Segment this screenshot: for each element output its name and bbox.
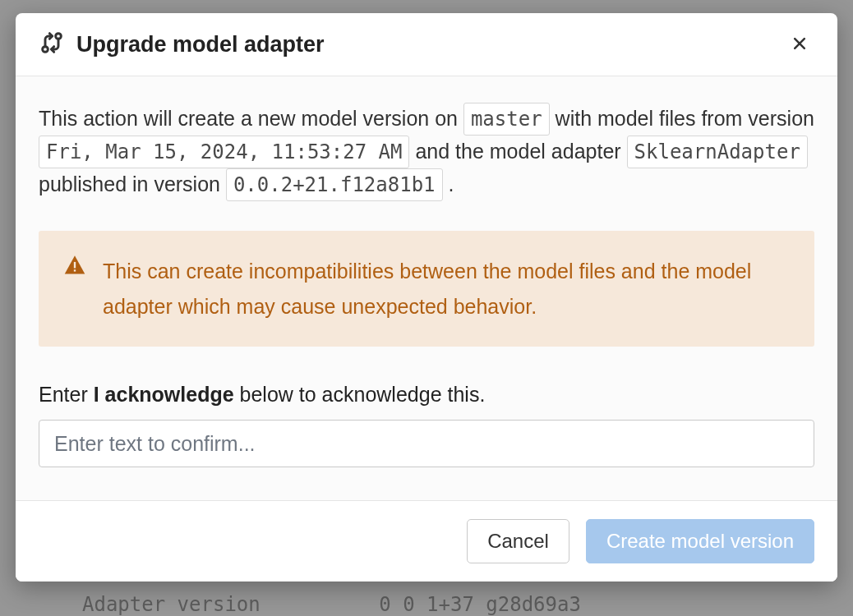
modal-header: Upgrade model adapter [16,13,837,76]
close-icon [791,35,808,54]
modal-description: This action will create a new model vers… [39,103,814,201]
adapter-chip: SklearnAdapter [627,136,808,168]
desc-part4: published in version [39,172,226,195]
ack-prefix: Enter [39,383,94,406]
ack-phrase: I acknowledge [94,383,234,406]
svg-rect-5 [74,269,76,271]
adapter-version-chip: 0.0.2+21.f12a81b1 [226,168,443,201]
modal-title: Upgrade model adapter [76,32,325,57]
desc-part2: with model files from version [550,107,814,130]
branch-chip: master [463,103,550,136]
svg-rect-4 [74,262,76,269]
warning-callout: This can create incompatibilities betwee… [39,231,814,347]
modal-overlay[interactable]: Upgrade model adapter This action will c… [0,0,853,616]
warning-icon [63,254,86,280]
desc-part5: . [443,172,454,195]
create-model-version-button[interactable]: Create model version [586,519,814,563]
compare-icon [39,30,65,59]
ack-suffix: below to acknowledge this. [234,383,486,406]
desc-part3: and the model adapter [409,140,626,163]
ack-instruction: Enter I acknowledge below to acknowledge… [39,383,814,407]
warning-text: This can create incompatibilities betwee… [103,254,790,324]
ack-input[interactable] [39,420,814,467]
modal-body: This action will create a new model vers… [16,76,837,500]
modal-header-left: Upgrade model adapter [39,30,325,59]
cancel-button[interactable]: Cancel [467,519,569,563]
version-date-chip: Fri, Mar 15, 2024, 11:53:27 AM [39,136,409,168]
desc-part1: This action will create a new model vers… [39,107,463,130]
upgrade-modal: Upgrade model adapter This action will c… [16,13,837,582]
modal-footer: Cancel Create model version [16,500,837,582]
close-button[interactable] [785,30,814,59]
